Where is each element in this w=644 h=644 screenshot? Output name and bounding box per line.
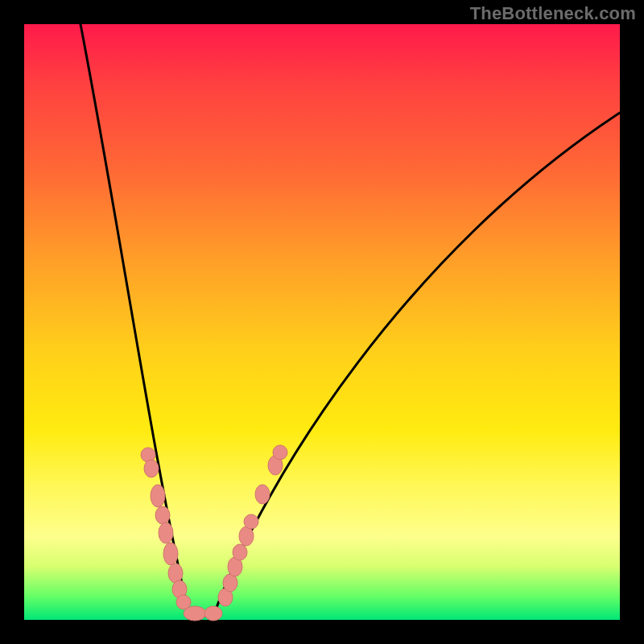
data-marker	[168, 564, 183, 583]
data-marker	[159, 522, 173, 543]
data-marker	[239, 526, 254, 546]
chart-frame: TheBottleneck.com	[0, 0, 644, 644]
data-markers	[141, 445, 287, 621]
data-marker	[163, 543, 178, 565]
watermark-text: TheBottleneck.com	[470, 3, 636, 24]
data-marker	[233, 544, 247, 560]
data-marker	[273, 445, 287, 460]
data-marker	[184, 606, 206, 621]
data-marker	[151, 485, 165, 507]
data-marker	[204, 606, 222, 621]
chart-svg	[24, 24, 620, 620]
data-marker	[144, 460, 159, 477]
data-marker	[244, 514, 258, 529]
data-marker	[155, 506, 170, 524]
data-marker	[255, 485, 270, 504]
